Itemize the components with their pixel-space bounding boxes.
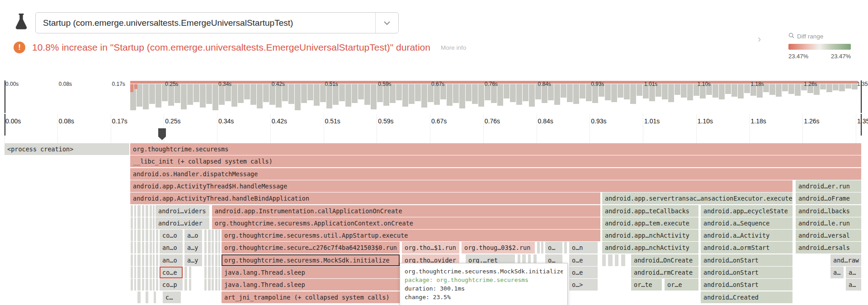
flame-bar[interactable] <box>134 254 136 266</box>
flame-bar[interactable]: android…Created <box>701 291 793 303</box>
flame-bar[interactable]: o…e <box>569 254 598 266</box>
flame-bar[interactable]: or…te <box>631 279 662 291</box>
flame-bar[interactable] <box>146 217 148 229</box>
flame-bar[interactable] <box>146 230 148 241</box>
flame-bar[interactable] <box>131 217 133 229</box>
flame-bar[interactable]: org.thoughtcrime.securesms.ApplicationCo… <box>212 217 600 229</box>
flame-bar[interactable] <box>137 230 141 241</box>
flame-bar[interactable] <box>156 242 158 253</box>
flame-bar[interactable] <box>215 242 217 253</box>
flame-bar[interactable]: an…o <box>160 242 183 253</box>
flame-bar[interactable] <box>142 205 144 217</box>
flame-bar[interactable]: o…> <box>569 279 598 291</box>
flame-bar[interactable] <box>153 230 155 241</box>
flame-bar[interactable]: org.thoug…03$2.run <box>462 242 535 253</box>
flame-bar[interactable] <box>156 230 158 241</box>
flame-bar[interactable] <box>150 279 152 291</box>
flame-bar[interactable] <box>134 267 136 278</box>
flame-bar[interactable]: android…ersals <box>796 242 861 253</box>
flame-bar[interactable] <box>150 217 152 229</box>
flame-bar[interactable]: c… <box>163 291 181 303</box>
flame-bar[interactable] <box>215 254 217 266</box>
flame-bar[interactable] <box>146 242 148 253</box>
flame-bar[interactable] <box>208 279 211 291</box>
chevron-right-icon[interactable]: › <box>758 33 761 45</box>
flame-bar[interactable]: android.app.Instrumentation.callApplicat… <box>212 205 600 217</box>
flame-bar[interactable] <box>153 242 155 253</box>
flame-bar[interactable]: java.lang.Thread.sleep <box>222 267 400 278</box>
flame-bar[interactable]: co…p <box>160 279 183 291</box>
flame-bar[interactable]: <process creation> <box>5 143 129 155</box>
flame-bar[interactable]: or…e <box>665 279 698 291</box>
flame-bar[interactable]: androi…vider <box>156 217 209 229</box>
flame-bar[interactable] <box>208 267 211 278</box>
flame-bar[interactable] <box>156 279 158 291</box>
flame-bar[interactable] <box>146 267 148 278</box>
flame-bar[interactable] <box>154 291 156 303</box>
flame-bar[interactable] <box>184 267 187 278</box>
minimap-right-handle[interactable] <box>861 80 862 113</box>
flame-bar[interactable] <box>146 205 148 217</box>
flame-bar[interactable] <box>153 205 155 217</box>
test-selector-dropdown[interactable]: Startup (com.emerge.universaltests.Emerg… <box>35 12 399 33</box>
flame-bar[interactable]: an…o <box>160 254 183 266</box>
flame-bar[interactable] <box>131 205 133 217</box>
flame-bar[interactable] <box>189 267 191 278</box>
flame-bar[interactable]: o…e <box>569 267 598 278</box>
flame-bar[interactable] <box>153 254 155 266</box>
flame-bar[interactable]: android…er.run <box>796 180 861 192</box>
flame-bar[interactable] <box>150 267 152 278</box>
flame-bar[interactable]: android…onStart <box>701 279 793 291</box>
flame-bar[interactable] <box>150 205 152 217</box>
flame-bar[interactable] <box>218 254 220 266</box>
flame-bar[interactable] <box>150 254 152 266</box>
flame-bar[interactable] <box>212 254 214 266</box>
flame-bar[interactable]: org.thoughtcrime.securesms.MockSdk.initi… <box>222 254 400 266</box>
flame-bar[interactable] <box>156 254 158 266</box>
flame-bar[interactable] <box>150 230 152 241</box>
flame-bar[interactable] <box>142 217 144 229</box>
flame-bar[interactable] <box>131 267 133 278</box>
flame-bar[interactable]: a… <box>846 267 861 278</box>
flame-bar[interactable]: org.thoughtcrime.securesms <box>130 143 861 155</box>
flame-bar[interactable] <box>142 242 144 253</box>
flame-bar[interactable] <box>146 279 148 291</box>
flame-bar[interactable] <box>137 291 141 303</box>
flame-bar[interactable]: android.app.ActivityThread$H.handleMessa… <box>130 180 793 192</box>
flame-bar[interactable] <box>153 279 155 291</box>
flame-bar[interactable]: art_jni_trampoline (+ collapsed system c… <box>222 291 400 303</box>
flame-bar[interactable] <box>189 279 191 291</box>
flame-bar[interactable]: android.a…ormStart <box>701 242 793 253</box>
trace-minimap[interactable]: 0.00s0.08s0.17s0.25s0.34s0.42s0.51s0.59s… <box>0 80 868 114</box>
flame-bar[interactable]: co…o <box>160 230 183 241</box>
flame-bar[interactable] <box>134 205 136 217</box>
flame-bar[interactable] <box>218 230 220 241</box>
flame-bar[interactable] <box>146 254 148 266</box>
flame-bar[interactable] <box>137 267 141 278</box>
flame-bar[interactable] <box>156 267 158 278</box>
flame-bar[interactable] <box>212 230 214 241</box>
flame-bar[interactable] <box>564 242 567 253</box>
flame-bar[interactable]: __libc_init (+ collapsed system calls) <box>130 155 861 167</box>
flame-bar[interactable] <box>153 217 155 229</box>
flame-bar[interactable] <box>134 242 136 253</box>
flame-bar[interactable]: androi…viders <box>156 205 209 217</box>
flame-bar[interactable]: android.app…ecycleState <box>701 205 793 217</box>
flame-bar[interactable]: android.app.servertransac…ansactionExecu… <box>602 192 793 204</box>
flame-bar[interactable]: android.app…nchActivity <box>602 230 698 241</box>
flame-bar[interactable]: o…n <box>569 242 598 253</box>
flame-bar[interactable]: a…y <box>184 242 202 253</box>
flame-bar[interactable] <box>204 230 207 241</box>
flame-bar[interactable] <box>131 230 133 241</box>
flame-bar[interactable] <box>184 279 187 291</box>
flame-bar[interactable] <box>218 242 220 253</box>
flame-bar[interactable] <box>146 291 148 303</box>
flame-bar[interactable] <box>137 217 141 229</box>
flame-bar[interactable]: a… <box>830 267 844 278</box>
flame-bar[interactable] <box>204 267 207 278</box>
flame-bar[interactable] <box>208 230 211 241</box>
flame-bar[interactable] <box>142 254 144 266</box>
flame-bar[interactable] <box>537 242 540 253</box>
flame-bar[interactable] <box>541 242 543 253</box>
flame-bar[interactable] <box>142 279 144 291</box>
